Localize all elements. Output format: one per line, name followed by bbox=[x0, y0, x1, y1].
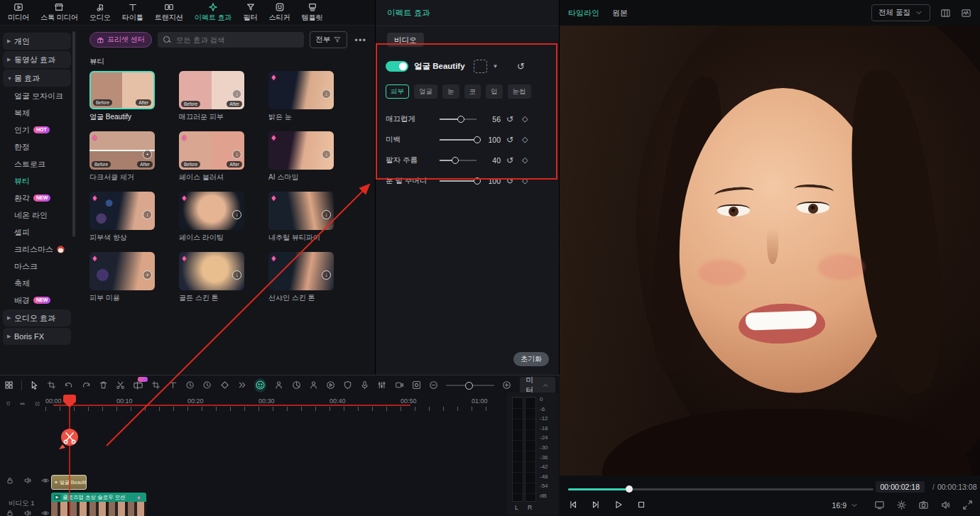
download-icon[interactable]: ↓ bbox=[232, 89, 241, 99]
effect-card[interactable]: ♦ ↓ + AI 스마일 bbox=[268, 131, 334, 182]
sidebar-item[interactable]: 축제 bbox=[3, 275, 71, 291]
text-tool-icon[interactable] bbox=[168, 380, 178, 390]
sidebar-item[interactable]: 크리스마스 bbox=[3, 241, 71, 257]
slider-reset-icon[interactable]: ↺ bbox=[506, 155, 513, 165]
sidebar-item[interactable]: 한정 bbox=[3, 139, 71, 155]
seek-bar[interactable] bbox=[568, 485, 873, 493]
speed-play-icon[interactable] bbox=[326, 380, 335, 390]
beautify-subtab[interactable]: 얼굴 bbox=[414, 84, 437, 99]
tab-effects[interactable]: 이펙트 효과 bbox=[190, 1, 237, 24]
track-mute-icon[interactable] bbox=[23, 509, 32, 516]
slider-handle[interactable] bbox=[474, 136, 481, 143]
audio-mixer-icon[interactable] bbox=[377, 380, 386, 390]
layout-icon[interactable] bbox=[940, 8, 951, 18]
sidebar-item[interactable]: 배경 NEW bbox=[3, 292, 71, 308]
beautify-subtab[interactable]: 입 bbox=[486, 84, 503, 99]
tab-filters[interactable]: 필터 bbox=[239, 1, 263, 24]
stop-button[interactable] bbox=[636, 500, 646, 510]
beautify-subtab[interactable]: 피부 bbox=[386, 84, 409, 99]
effect-clip[interactable]: ✦ 얼굴 Beautify bbox=[51, 475, 87, 490]
timeline-zoom-slider[interactable] bbox=[446, 385, 494, 386]
keyframe-icon[interactable]: ◇ bbox=[522, 176, 528, 185]
tab-source-preview[interactable]: 원본 bbox=[612, 8, 628, 18]
effect-card[interactable]: ♦ ↓ + 페이스 라이팅 bbox=[179, 192, 244, 243]
fullscreen-icon[interactable] bbox=[962, 500, 973, 510]
zoom-slider-handle[interactable] bbox=[465, 382, 473, 390]
chroma-key-icon[interactable] bbox=[292, 380, 301, 390]
more-tools-icon[interactable] bbox=[237, 380, 246, 390]
redo-icon[interactable] bbox=[82, 380, 91, 390]
sidebar-item[interactable]: 오디오 효과 bbox=[3, 309, 71, 326]
tab-templates[interactable]: 템플릿 bbox=[297, 1, 328, 24]
effect-card[interactable]: ♦ Before After ↓ + 페이스 블러셔 bbox=[179, 131, 244, 182]
tab-transitions[interactable]: 트랜지션 bbox=[150, 1, 188, 24]
download-icon[interactable]: ↓ bbox=[322, 270, 331, 280]
tab-media[interactable]: 미디어 bbox=[3, 1, 34, 24]
slider-reset-icon[interactable]: ↺ bbox=[506, 114, 513, 124]
tab-stickers[interactable]: 스티커 bbox=[264, 1, 295, 24]
sidebar-item[interactable]: 네온 라인 bbox=[3, 207, 71, 223]
timeline-ruler[interactable]: 00:0000:1000:2000:3000:4000:5001:00 bbox=[0, 395, 506, 412]
tab-video[interactable]: 비디오 bbox=[387, 33, 424, 47]
effect-card[interactable]: ♦ ↓ + 골든 스킨 톤 bbox=[179, 252, 244, 303]
more-options-icon[interactable]: ••• bbox=[353, 35, 368, 45]
undo-icon[interactable] bbox=[64, 380, 73, 390]
sidebar-item[interactable]: 몸 효과 bbox=[3, 70, 71, 87]
effect-card[interactable]: ♦ Before After ↓ + 매끄러운 피부 bbox=[179, 71, 244, 122]
filter-button[interactable]: 전부 bbox=[310, 31, 347, 48]
sidebar-item[interactable]: 환각 NEW bbox=[3, 190, 71, 206]
beautify-subtab[interactable]: 눈 bbox=[442, 84, 459, 99]
beautify-subtab[interactable]: 눈썹 bbox=[508, 84, 531, 99]
sidebar-item[interactable]: 개인 bbox=[3, 33, 71, 50]
download-icon[interactable]: ↓ bbox=[322, 89, 331, 99]
tab-timeline-preview[interactable]: 타임라인 bbox=[568, 8, 599, 18]
track-lock-icon[interactable] bbox=[6, 509, 14, 516]
keyframe-tool-icon[interactable] bbox=[220, 380, 229, 390]
beautify-subtab[interactable]: 코 bbox=[464, 84, 481, 99]
mask-person-icon[interactable] bbox=[274, 380, 283, 390]
slider-handle[interactable] bbox=[474, 177, 481, 185]
select-tool-icon[interactable] bbox=[30, 380, 39, 390]
add-icon[interactable]: + bbox=[143, 150, 152, 159]
speed-icon[interactable] bbox=[185, 380, 195, 390]
effect-card[interactable]: ♦ ↓ + 피부 미용 bbox=[89, 252, 155, 303]
slider-handle[interactable] bbox=[452, 157, 459, 164]
effect-card[interactable]: ♦ ↓ + 밝은 눈 bbox=[268, 71, 334, 122]
sidebar-item[interactable]: 동영상 효과 bbox=[3, 51, 71, 68]
sidebar-item[interactable]: 얼굴 모자이크 bbox=[3, 88, 71, 104]
delete-icon[interactable] bbox=[99, 380, 108, 390]
search-input[interactable] bbox=[175, 35, 299, 45]
next-frame-button[interactable] bbox=[591, 500, 601, 510]
play-button[interactable] bbox=[614, 500, 624, 510]
voiceover-icon[interactable] bbox=[360, 380, 369, 390]
effect-card[interactable]: ♦ Before After ↓ + 다크서클 제거 bbox=[89, 131, 155, 182]
slider-reset-icon[interactable]: ↺ bbox=[506, 135, 513, 145]
link-clips-icon[interactable] bbox=[20, 400, 25, 408]
auto-ripple-icon[interactable] bbox=[6, 400, 11, 408]
zoom-in-icon[interactable] bbox=[502, 380, 511, 390]
download-icon[interactable]: ↓ bbox=[232, 270, 241, 280]
screen-record-icon[interactable] bbox=[395, 380, 404, 390]
zoom-out-icon[interactable] bbox=[429, 380, 438, 390]
sidebar-scrollbar[interactable] bbox=[72, 31, 75, 237]
download-icon[interactable]: ↓ bbox=[322, 150, 331, 159]
crop-tool-icon[interactable] bbox=[47, 380, 56, 390]
download-icon[interactable]: ↓ bbox=[143, 210, 152, 219]
slider[interactable] bbox=[440, 160, 477, 161]
beauty-tool-icon[interactable] bbox=[254, 378, 267, 393]
sidebar-item[interactable]: Boris FX bbox=[3, 328, 71, 345]
add-icon[interactable]: + bbox=[143, 270, 152, 280]
timer-icon[interactable] bbox=[202, 380, 212, 390]
effect-card[interactable]: ♦ Before After ↓ + 얼굴 Beautify bbox=[89, 71, 155, 122]
video-clip[interactable]: ▶ 클로즈업 초상 슬로우 모션 ♦ bbox=[51, 493, 146, 516]
chevron-down-icon[interactable]: ▼ bbox=[493, 63, 499, 70]
download-icon[interactable]: ↓ bbox=[322, 210, 331, 219]
seek-handle[interactable] bbox=[626, 485, 633, 493]
snap-icon[interactable] bbox=[35, 400, 40, 408]
track-visibility-icon[interactable] bbox=[41, 509, 50, 516]
track-mute-icon[interactable] bbox=[23, 476, 32, 485]
effect-reset-icon[interactable]: ↺ bbox=[517, 61, 525, 72]
meter-toggle-button[interactable]: 미터 bbox=[520, 377, 555, 394]
slider-handle[interactable] bbox=[457, 116, 464, 123]
sidebar-item[interactable]: 뷰티 bbox=[3, 173, 71, 189]
